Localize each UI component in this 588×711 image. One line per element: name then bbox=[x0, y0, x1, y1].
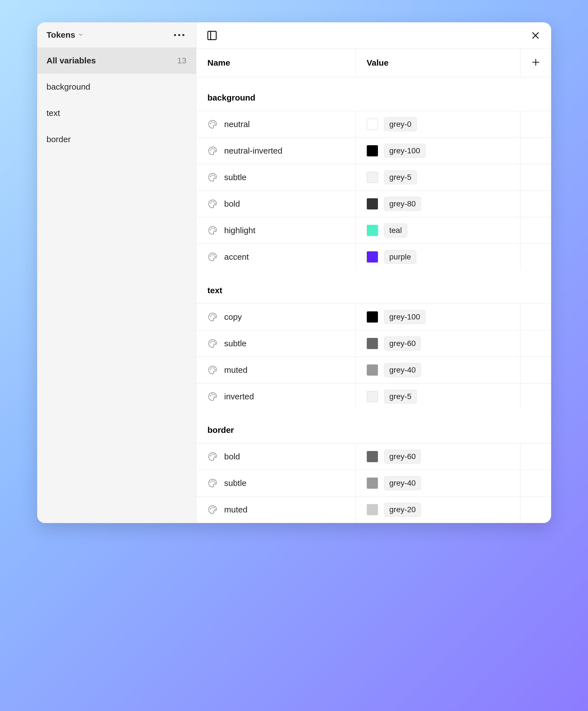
svg-point-46 bbox=[210, 482, 211, 483]
svg-point-2 bbox=[210, 123, 211, 124]
svg-point-21 bbox=[214, 230, 216, 231]
svg-point-26 bbox=[210, 316, 211, 317]
palette-icon bbox=[208, 391, 217, 402]
variable-row: invertedgrey-5 bbox=[196, 383, 551, 410]
value-chip: purple bbox=[384, 250, 417, 264]
groups-container: backgroundneutralgrey-0neutral-invertedg… bbox=[196, 77, 551, 523]
variable-value-cell[interactable]: grey-0 bbox=[356, 111, 520, 137]
svg-point-38 bbox=[210, 395, 211, 396]
variable-value-cell[interactable]: teal bbox=[356, 217, 520, 243]
main: Name Value backgroundneutralgrey-0neutra… bbox=[196, 22, 551, 523]
variable-name-label: neutral bbox=[224, 120, 250, 129]
svg-point-50 bbox=[210, 508, 211, 509]
sidebar-item-category[interactable]: text bbox=[37, 100, 196, 126]
variable-value-cell[interactable]: grey-60 bbox=[356, 444, 520, 470]
variable-name-cell[interactable]: subtle bbox=[196, 165, 356, 190]
svg-point-51 bbox=[211, 507, 213, 508]
sidebar-item-all-variables[interactable]: All variables 13 bbox=[37, 47, 196, 74]
collection-title: Tokens bbox=[47, 30, 76, 40]
svg-point-14 bbox=[210, 202, 211, 203]
color-swatch bbox=[367, 119, 378, 130]
variable-name-cell[interactable]: bold bbox=[196, 444, 356, 470]
svg-point-20 bbox=[213, 228, 214, 229]
sidebar-item-label: text bbox=[47, 108, 60, 118]
sidebar-item-label: border bbox=[47, 135, 71, 144]
color-swatch bbox=[367, 311, 378, 323]
variables-panel: Tokens All variables 13 backgroundtextbo… bbox=[37, 22, 551, 523]
svg-point-13 bbox=[214, 176, 216, 178]
svg-point-43 bbox=[211, 454, 213, 455]
toggle-sidebar-button[interactable] bbox=[206, 29, 218, 42]
variable-name-cell[interactable]: copy bbox=[196, 304, 356, 330]
svg-point-15 bbox=[211, 201, 213, 202]
group-header[interactable]: border bbox=[196, 410, 551, 443]
variable-value-cell[interactable]: grey-60 bbox=[356, 330, 520, 357]
svg-point-23 bbox=[211, 254, 213, 255]
variable-row: mutedgrey-20 bbox=[196, 496, 551, 523]
variable-value-cell[interactable]: grey-40 bbox=[356, 357, 520, 383]
variable-name-cell[interactable]: highlight bbox=[196, 218, 356, 243]
sidebar-item-category[interactable]: background bbox=[37, 74, 196, 100]
variable-value-cell[interactable]: grey-100 bbox=[356, 304, 520, 330]
svg-point-53 bbox=[214, 509, 216, 510]
variable-name-cell[interactable]: muted bbox=[196, 497, 356, 522]
variable-name-cell[interactable]: subtle bbox=[196, 331, 356, 356]
svg-point-28 bbox=[213, 315, 214, 316]
svg-point-35 bbox=[211, 367, 213, 368]
svg-point-22 bbox=[210, 256, 211, 257]
group-header[interactable]: text bbox=[196, 270, 551, 304]
more-options-button[interactable] bbox=[172, 32, 187, 38]
variable-name-cell[interactable]: neutral-inverted bbox=[196, 138, 356, 164]
svg-point-29 bbox=[214, 316, 216, 317]
variable-name-label: neutral-inverted bbox=[224, 146, 282, 155]
dot-icon bbox=[183, 34, 184, 36]
variable-name-cell[interactable]: neutral bbox=[196, 111, 356, 137]
palette-icon bbox=[208, 199, 217, 209]
group-header[interactable]: background bbox=[196, 77, 551, 111]
value-chip: grey-5 bbox=[384, 170, 417, 184]
variable-name-cell[interactable]: subtle bbox=[196, 470, 356, 496]
variable-row: boldgrey-80 bbox=[196, 191, 551, 217]
variable-name-cell[interactable]: inverted bbox=[196, 384, 356, 409]
variable-value-cell[interactable]: grey-5 bbox=[356, 383, 520, 410]
variable-name-label: bold bbox=[224, 452, 240, 461]
variable-name-label: muted bbox=[224, 365, 248, 375]
svg-point-37 bbox=[214, 369, 216, 370]
variable-name-label: highlight bbox=[224, 225, 256, 235]
collection-dropdown[interactable]: Tokens bbox=[47, 30, 84, 40]
sidebar-item-category[interactable]: border bbox=[37, 126, 196, 152]
svg-point-8 bbox=[213, 148, 214, 149]
close-button[interactable] bbox=[529, 29, 542, 42]
svg-point-16 bbox=[213, 201, 214, 202]
svg-point-52 bbox=[213, 507, 214, 508]
dot-icon bbox=[174, 34, 176, 36]
svg-point-24 bbox=[213, 254, 214, 256]
variable-name-cell[interactable]: muted bbox=[196, 357, 356, 383]
variable-value-cell[interactable]: grey-80 bbox=[356, 191, 520, 217]
variable-row: neutralgrey-0 bbox=[196, 111, 551, 137]
variable-name-label: accent bbox=[224, 252, 249, 262]
variable-value-cell[interactable]: grey-5 bbox=[356, 164, 520, 191]
svg-point-42 bbox=[210, 455, 211, 456]
color-swatch bbox=[367, 198, 378, 210]
value-chip: grey-100 bbox=[384, 310, 426, 324]
variable-row: boldgrey-60 bbox=[196, 443, 551, 470]
add-mode-button[interactable] bbox=[531, 58, 540, 68]
variable-name-cell[interactable]: bold bbox=[196, 191, 356, 217]
variable-value-cell[interactable]: grey-40 bbox=[356, 470, 520, 496]
variable-name-cell[interactable]: accent bbox=[196, 244, 356, 270]
palette-icon bbox=[208, 312, 217, 322]
variable-row: subtlegrey-5 bbox=[196, 164, 551, 191]
sidebar-item-count: 13 bbox=[177, 56, 186, 65]
sidebar-header: Tokens bbox=[37, 22, 196, 47]
variable-name-label: subtle bbox=[224, 478, 247, 488]
svg-point-11 bbox=[211, 175, 213, 176]
variable-value-cell[interactable]: grey-100 bbox=[356, 138, 520, 164]
svg-point-9 bbox=[214, 150, 216, 151]
column-add bbox=[520, 49, 551, 77]
svg-point-44 bbox=[213, 454, 214, 455]
variable-value-cell[interactable]: purple bbox=[356, 244, 520, 270]
value-chip: grey-60 bbox=[384, 450, 421, 464]
variable-value-cell[interactable]: grey-20 bbox=[356, 497, 520, 523]
color-swatch bbox=[367, 477, 378, 489]
